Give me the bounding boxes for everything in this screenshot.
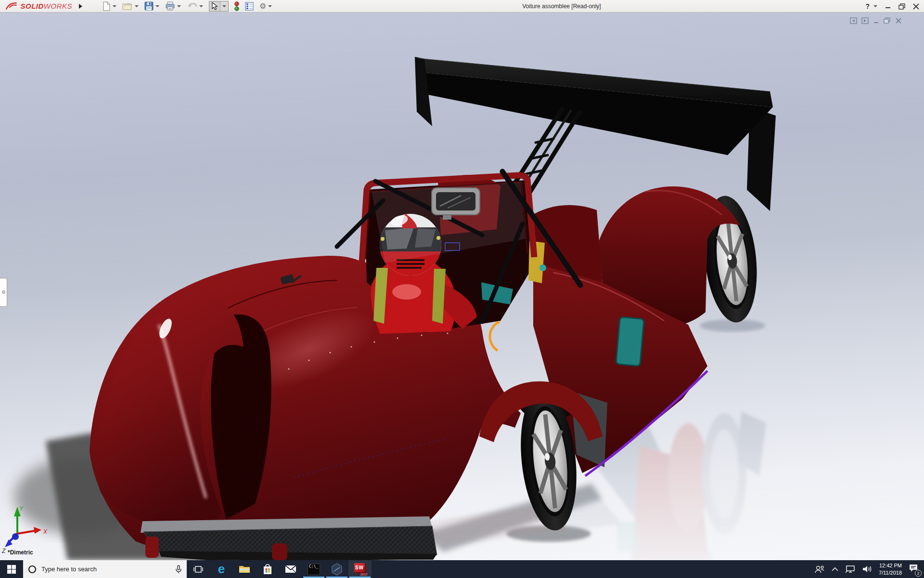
front-grille[interactable] bbox=[141, 516, 437, 560]
view-orientation-label: *Dimetric bbox=[8, 549, 33, 556]
solidworks-app-window: SOLIDWORKS bbox=[0, 0, 924, 578]
print-button[interactable] bbox=[165, 1, 181, 11]
taskbar-app-composer[interactable] bbox=[325, 560, 348, 578]
dock-previous-button[interactable] bbox=[850, 17, 857, 24]
select-tool-button[interactable] bbox=[209, 1, 220, 11]
taskbar-app-edge[interactable]: e bbox=[210, 560, 233, 578]
rear-view-mirror[interactable] bbox=[432, 188, 480, 220]
notification-count-badge: 2 bbox=[915, 570, 922, 577]
task-view-icon bbox=[193, 565, 203, 573]
close-document-button[interactable] bbox=[895, 17, 902, 24]
restore-button[interactable] bbox=[898, 3, 905, 10]
evaluate-lights-button[interactable] bbox=[234, 1, 239, 11]
people-icon[interactable] bbox=[814, 565, 825, 574]
document-window-controls bbox=[850, 17, 902, 24]
save-floppy-icon bbox=[144, 1, 154, 11]
start-button[interactable] bbox=[0, 560, 23, 578]
network-icon[interactable] bbox=[845, 565, 856, 573]
solidworks-2017-icon: SW 2017 bbox=[353, 563, 367, 576]
graphics-viewport[interactable]: Y X Z bbox=[0, 13, 924, 560]
mail-icon bbox=[285, 565, 296, 573]
microphone-icon[interactable] bbox=[175, 565, 182, 574]
restore-document-button[interactable] bbox=[884, 17, 891, 24]
edge-icon: e bbox=[218, 563, 225, 575]
dock-next-button[interactable] bbox=[861, 17, 869, 24]
windows-logo-icon bbox=[7, 565, 16, 574]
close-button[interactable] bbox=[913, 3, 919, 10]
triad-x-label: X bbox=[43, 528, 48, 535]
minimize-document-button[interactable] bbox=[873, 17, 879, 24]
orange-sketch-arc bbox=[490, 322, 500, 351]
file-explorer-icon bbox=[239, 565, 250, 574]
tray-time: 12:42 PM bbox=[879, 562, 902, 569]
menu-expander-arrow[interactable] bbox=[76, 1, 85, 11]
tray-chevron-up-icon[interactable] bbox=[832, 567, 838, 571]
command-prompt-icon: C:\_ bbox=[308, 564, 320, 575]
options-button[interactable]: ⚙ bbox=[259, 2, 272, 10]
select-tool-group bbox=[209, 1, 229, 12]
open-folder-icon bbox=[122, 2, 133, 11]
design-table-button[interactable] bbox=[245, 2, 254, 11]
volume-icon[interactable] bbox=[862, 565, 872, 573]
triad-y-label: Y bbox=[19, 505, 24, 512]
print-icon bbox=[165, 1, 175, 11]
cortana-icon bbox=[28, 565, 37, 574]
select-tool-dropdown[interactable] bbox=[220, 1, 228, 11]
new-document-button[interactable] bbox=[102, 1, 116, 11]
search-placeholder-text: Type here to search bbox=[41, 565, 170, 573]
title-bar: SOLIDWORKS bbox=[0, 0, 924, 13]
panel-tab-dot bbox=[2, 290, 5, 294]
main-toolbar: ⚙ bbox=[102, 1, 278, 12]
print-dropdown[interactable] bbox=[177, 5, 181, 7]
front-left-fender[interactable] bbox=[99, 298, 271, 534]
taskbar-app-store[interactable] bbox=[256, 560, 279, 578]
undo-dropdown[interactable] bbox=[199, 5, 203, 7]
windows-taskbar: Type here to search e bbox=[0, 560, 924, 578]
options-gear-icon: ⚙ bbox=[259, 2, 266, 10]
undo-button[interactable] bbox=[187, 2, 203, 11]
solidworks-logo-text: SOLIDWORKS bbox=[20, 2, 72, 10]
undo-icon bbox=[187, 2, 197, 11]
taskbar-app-file-explorer[interactable] bbox=[233, 560, 256, 578]
open-button[interactable] bbox=[122, 2, 139, 11]
design-table-icon bbox=[245, 2, 254, 11]
feature-panel-collapsed-tab[interactable] bbox=[0, 278, 7, 307]
open-dropdown[interactable] bbox=[135, 5, 139, 7]
new-document-icon bbox=[102, 1, 111, 11]
help-button[interactable]: ? bbox=[865, 2, 870, 10]
taskbar-app-solidworks[interactable]: SW 2017 bbox=[348, 560, 372, 578]
help-dropdown[interactable] bbox=[873, 5, 877, 7]
save-button[interactable] bbox=[144, 1, 159, 11]
window-controls: ? bbox=[865, 0, 919, 13]
triad-z-label: Z bbox=[1, 548, 6, 554]
minimize-button[interactable] bbox=[885, 3, 891, 9]
taskbar-app-command-prompt[interactable]: C:\_ bbox=[302, 560, 325, 578]
action-center-button[interactable]: 2 bbox=[909, 564, 918, 575]
taskbar-search-input[interactable]: Type here to search bbox=[23, 560, 187, 578]
solidworks-logo-mark bbox=[5, 1, 18, 12]
system-tray: 12:42 PM 7/11/2018 2 bbox=[814, 560, 924, 578]
new-document-dropdown[interactable] bbox=[113, 5, 116, 7]
3d-model-scene[interactable]: Y X Z bbox=[0, 13, 924, 560]
store-icon bbox=[263, 564, 272, 575]
composer-hexagon-icon bbox=[331, 563, 343, 576]
tray-clock[interactable]: 12:42 PM 7/11/2018 bbox=[879, 562, 902, 576]
window-title: Voiture assomblee [Read-only] bbox=[522, 0, 601, 13]
options-dropdown[interactable] bbox=[268, 5, 272, 7]
task-view-button[interactable] bbox=[187, 560, 210, 578]
taskbar-app-mail[interactable] bbox=[279, 560, 302, 578]
traffic-light-icon bbox=[234, 1, 239, 11]
tray-date: 7/11/2018 bbox=[879, 569, 902, 576]
select-cursor-icon bbox=[211, 2, 218, 10]
solidworks-logo: SOLIDWORKS bbox=[0, 1, 72, 12]
save-dropdown[interactable] bbox=[155, 5, 159, 7]
